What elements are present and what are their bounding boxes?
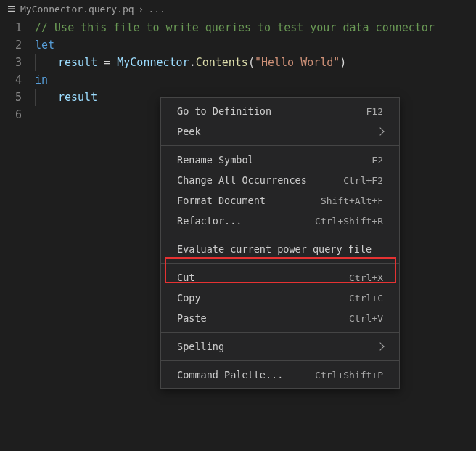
- chevron-right-icon: [376, 342, 384, 350]
- code-token: MyConnector: [117, 56, 189, 69]
- svg-rect-2: [8, 11, 15, 12]
- code-token: result: [58, 91, 97, 104]
- menu-label: Peek: [177, 126, 201, 137]
- menu-label: Refactor...: [177, 215, 242, 227]
- menu-shortcut: Ctrl+Shift+R: [315, 216, 383, 227]
- code-token: "Hello World": [255, 56, 340, 69]
- line-number-gutter: 1 2 3 4 5 6: [0, 19, 35, 123]
- menu-shortcut: F2: [372, 155, 383, 166]
- chevron-right-icon: [376, 127, 384, 135]
- line-number: 5: [0, 89, 22, 106]
- code-token: in: [35, 73, 48, 86]
- breadcrumb[interactable]: MyConnector.query.pq › ...: [0, 0, 476, 17]
- menu-label: Cut: [177, 272, 194, 283]
- code-token: (: [248, 56, 255, 69]
- line-number: 3: [0, 54, 22, 71]
- file-icon: [6, 3, 17, 15]
- line-number: 4: [0, 71, 22, 89]
- menu-label: Copy: [177, 292, 201, 304]
- menu-item-peek[interactable]: Peek: [161, 121, 399, 142]
- menu-label: Format Document: [177, 195, 266, 206]
- menu-label: Change All Occurrences: [177, 174, 307, 186]
- menu-label: Command Palette...: [177, 369, 283, 381]
- line-number: 2: [0, 36, 22, 54]
- code-token: result: [58, 56, 97, 69]
- menu-label: Rename Symbol: [177, 154, 254, 166]
- svg-rect-0: [8, 6, 15, 7]
- code-token: // Use this file to write queries to tes…: [35, 21, 435, 34]
- breadcrumb-file[interactable]: MyConnector.query.pq: [20, 4, 134, 15]
- menu-separator: [161, 332, 399, 333]
- menu-item-copy[interactable]: Copy Ctrl+C: [161, 288, 399, 308]
- menu-label: Evaluate current power query file: [177, 243, 372, 255]
- code-token: .: [189, 56, 196, 69]
- menu-item-refactor[interactable]: Refactor... Ctrl+Shift+R: [161, 211, 399, 231]
- code-token: let: [35, 38, 54, 52]
- menu-shortcut: Ctrl+Shift+P: [315, 370, 383, 381]
- chevron-right-icon: ›: [137, 4, 146, 15]
- menu-separator: [161, 263, 399, 264]
- menu-shortcut: Shift+Alt+F: [321, 195, 383, 206]
- menu-item-change-all[interactable]: Change All Occurrences Ctrl+F2: [161, 170, 399, 190]
- breadcrumb-tail[interactable]: ...: [148, 4, 165, 15]
- menu-item-evaluate-power-query[interactable]: Evaluate current power query file: [161, 239, 399, 259]
- menu-label: Spelling: [177, 341, 224, 352]
- menu-label: Paste: [177, 312, 207, 324]
- menu-separator: [161, 235, 399, 235]
- menu-item-rename-symbol[interactable]: Rename Symbol F2: [161, 150, 399, 170]
- menu-item-paste[interactable]: Paste Ctrl+V: [161, 308, 399, 328]
- svg-rect-1: [8, 8, 15, 9]
- menu-item-format-document[interactable]: Format Document Shift+Alt+F: [161, 190, 399, 211]
- menu-item-cut[interactable]: Cut Ctrl+X: [161, 267, 399, 288]
- menu-item-spelling[interactable]: Spelling: [161, 336, 399, 357]
- context-menu: Go to Definition F12 Peek Rename Symbol …: [160, 97, 400, 389]
- menu-shortcut: Ctrl+X: [349, 272, 383, 283]
- menu-shortcut: Ctrl+F2: [343, 175, 383, 186]
- menu-item-goto-definition[interactable]: Go to Definition F12: [161, 101, 399, 121]
- menu-shortcut: F12: [366, 106, 383, 117]
- menu-separator: [161, 145, 399, 146]
- line-number: 1: [0, 19, 22, 36]
- code-token: =: [97, 56, 117, 69]
- line-number: 6: [0, 106, 22, 123]
- code-token: Contents: [196, 56, 248, 69]
- code-token: ): [340, 56, 346, 69]
- menu-label: Go to Definition: [177, 105, 271, 117]
- menu-shortcut: Ctrl+V: [349, 313, 383, 324]
- menu-separator: [161, 360, 399, 361]
- menu-shortcut: Ctrl+C: [349, 293, 383, 304]
- menu-item-command-palette[interactable]: Command Palette... Ctrl+Shift+P: [161, 365, 399, 385]
